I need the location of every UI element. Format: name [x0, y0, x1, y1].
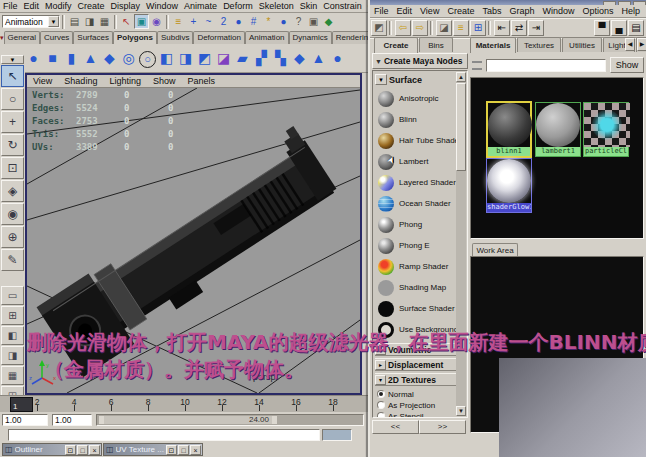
shelf-tab-rendering[interactable]: Rendering	[332, 31, 368, 44]
nav-back-button[interactable]: <<	[372, 420, 419, 434]
layout-persp-outliner[interactable]: ◧	[1, 326, 24, 345]
boolean-union-icon[interactable]: ◪	[214, 46, 233, 70]
rotate-tool[interactable]: ↻	[1, 134, 24, 156]
playback-start-field[interactable]: 1.00	[52, 414, 92, 426]
menu-create[interactable]: Create	[75, 1, 108, 11]
poly-plane-icon[interactable]: ◆	[100, 46, 119, 70]
poly-torus-icon[interactable]: ◎	[119, 46, 138, 70]
shader-item-shading-map[interactable]: Shading Map	[375, 278, 457, 299]
snap-grid-icon[interactable]: ≡	[171, 14, 186, 29]
scroll-down-icon[interactable]: ▼	[456, 406, 466, 416]
material-particlecloud[interactable]: particleCl	[583, 102, 629, 157]
restore-icon[interactable]: ⊡	[166, 445, 177, 455]
shelf-tab-dynamics[interactable]: Dynamics	[289, 31, 332, 44]
material-blinn1[interactable]: blinn1	[486, 101, 532, 158]
toolbox-dropdown-icon[interactable]: ▼	[1, 55, 24, 64]
input-output-connections-icon[interactable]: ⇄	[511, 20, 527, 36]
layout-persp-graph[interactable]: ◨	[1, 346, 24, 365]
hs-menu-tabs[interactable]: Tabs	[478, 6, 505, 16]
menu-edit[interactable]: Edit	[21, 1, 43, 11]
cut-faces-icon[interactable]: ▚	[271, 46, 290, 70]
hs-menu-options[interactable]: Options	[578, 6, 617, 16]
anim-start-field[interactable]: 1.00	[2, 414, 48, 426]
viewport-menu-shading[interactable]: Shading	[58, 76, 103, 86]
forward-arrow-icon[interactable]: ⇨	[412, 20, 428, 36]
back-arrow-icon[interactable]: ⇦	[395, 20, 411, 36]
extract-icon[interactable]: ◩	[195, 46, 214, 70]
show-manipulator-tool[interactable]: ⊕	[1, 226, 24, 248]
menu-deform[interactable]: Deform	[220, 1, 256, 11]
chevron-down-icon[interactable]: ▼	[375, 74, 387, 85]
split-polygon-icon[interactable]: ▞	[252, 46, 271, 70]
layout-single-pane[interactable]: ▭	[1, 286, 24, 305]
tab-utilities[interactable]: Utilities	[562, 37, 602, 52]
clear-graph-icon[interactable]: ◪	[436, 20, 452, 36]
menu-set-dropdown[interactable]: Animation ▼	[2, 15, 60, 28]
command-input[interactable]	[8, 429, 320, 441]
shader-item-ramp[interactable]: Ramp Shader	[375, 257, 457, 278]
placement-normal[interactable]: Normal	[377, 389, 457, 399]
viewport-menu-lighting[interactable]: Lighting	[103, 76, 147, 86]
expand-icon[interactable]: ▸	[375, 360, 386, 370]
hs-menu-view[interactable]: View	[416, 6, 443, 16]
swatch-medium-icon[interactable]: ▄	[611, 20, 627, 36]
chevron-down-icon[interactable]: ▼	[48, 16, 59, 27]
menu-display[interactable]: Display	[108, 1, 144, 11]
viewport-menu-view[interactable]: View	[27, 76, 58, 86]
shelf-tab-subdivs[interactable]: Subdivs	[157, 31, 193, 44]
help-line-icon[interactable]: ?	[291, 14, 306, 29]
hs-menu-create[interactable]: Create	[443, 6, 478, 16]
material-lambert1[interactable]: lambert1	[535, 102, 581, 157]
maximize-icon[interactable]: □	[77, 445, 88, 455]
range-track[interactable]: 24.00	[96, 414, 364, 426]
scroll-up-icon[interactable]: ▲	[456, 72, 466, 82]
smooth-icon[interactable]: ▰	[233, 46, 252, 70]
append-polygon-icon[interactable]: ◧	[157, 46, 176, 70]
shader-item-phong-e[interactable]: Phong E	[375, 236, 457, 257]
section-2d-textures[interactable]: ▾2D Textures	[375, 373, 457, 386]
rearrange-graph-icon[interactable]: ≡	[453, 20, 469, 36]
shelf-menu-icon[interactable]: ▾ ◂	[0, 31, 4, 44]
tab-materials[interactable]: Materials	[470, 37, 516, 53]
menu-file[interactable]: File	[0, 1, 21, 11]
shader-item-surface-shader[interactable]: Surface Shader	[375, 299, 457, 320]
tab-textures[interactable]: Textures	[517, 37, 561, 52]
menu-modify[interactable]: Modify	[42, 1, 75, 11]
shader-list-scrollbar[interactable]: ▲ ▼	[456, 72, 466, 416]
shader-item-ocean[interactable]: Ocean Shader	[375, 194, 457, 215]
make-live-icon[interactable]: ●	[231, 14, 246, 29]
lock-icon[interactable]: ▣	[306, 14, 321, 29]
restore-icon[interactable]: ⊡	[65, 445, 76, 455]
shelf-tab-curves[interactable]: Curves	[40, 31, 73, 44]
output-connections-icon[interactable]: ⇥	[528, 20, 544, 36]
shelf-tab-polygons[interactable]: Polygons	[113, 31, 157, 44]
select-hierarchy-icon[interactable]: ↖	[119, 14, 134, 29]
shader-item-anisotropic[interactable]: Anisotropic	[375, 89, 457, 110]
hs-menu-edit[interactable]: Edit	[393, 6, 417, 16]
show-button[interactable]: Show	[610, 57, 644, 73]
collapse-icon[interactable]: ▾	[375, 375, 386, 385]
select-tool[interactable]: ↖	[1, 65, 24, 87]
shelf-tab-animation[interactable]: Animation	[245, 31, 289, 44]
maximize-icon[interactable]: □	[178, 445, 189, 455]
tab-bins[interactable]: Bins	[419, 37, 453, 52]
radio-icon[interactable]	[377, 412, 385, 418]
select-component-icon[interactable]: ◉	[149, 14, 164, 29]
tab-scroll-right-icon[interactable]: ▶	[637, 38, 646, 51]
snap-view-icon[interactable]: 2	[216, 14, 231, 29]
shader-item-layered[interactable]: Layered Shader	[375, 173, 457, 194]
tab-create[interactable]: Create	[374, 37, 418, 53]
new-scene-icon[interactable]: ▤	[67, 14, 82, 29]
construction-history-icon[interactable]: *	[261, 14, 276, 29]
hs-menu-file[interactable]: File	[370, 6, 393, 16]
radio-icon[interactable]	[377, 390, 385, 398]
mirror-geometry-icon[interactable]: ●	[328, 46, 347, 70]
poly-cube-icon[interactable]: ■	[43, 46, 62, 70]
shader-item-blinn[interactable]: Blinn	[375, 110, 457, 131]
placement-as-projection[interactable]: As Projection	[377, 400, 457, 410]
swatch-large-icon[interactable]: ▤	[628, 20, 644, 36]
show-connections-icon[interactable]: ⊞	[470, 20, 486, 36]
menu-skeleton[interactable]: Skeleton	[256, 1, 297, 11]
shelf-tab-deformation[interactable]: Deformation	[193, 31, 245, 44]
nav-forward-button[interactable]: >>	[419, 420, 466, 434]
